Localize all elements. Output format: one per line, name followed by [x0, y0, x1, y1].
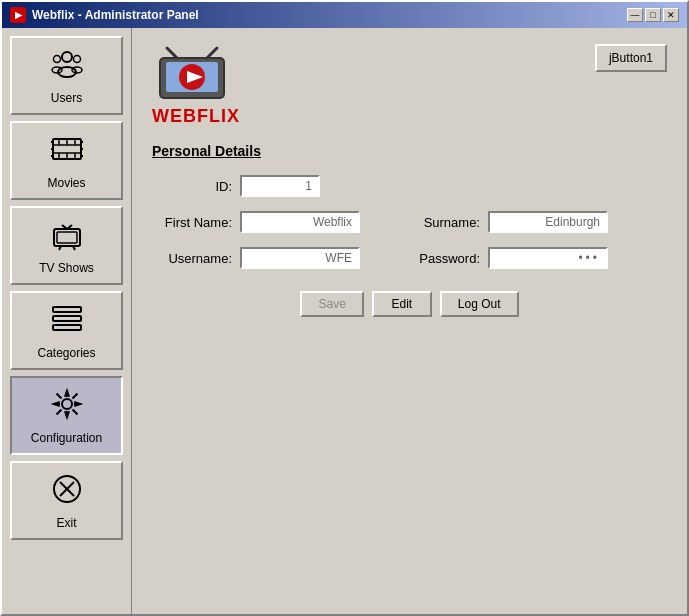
categories-icon [49, 301, 85, 342]
sidebar: Users [2, 28, 132, 614]
button-row: Save Edit Log Out [152, 291, 667, 317]
title-bar-controls: — □ ✕ [627, 8, 679, 22]
window-title: Webflix - Administrator Panel [32, 8, 199, 22]
username-input[interactable] [240, 247, 360, 269]
save-button[interactable]: Save [300, 291, 363, 317]
tvshows-icon [49, 216, 85, 257]
firstname-pair: First Name: [152, 211, 360, 233]
movies-icon [49, 131, 85, 172]
sidebar-item-exit[interactable]: Exit [10, 461, 123, 540]
sidebar-item-configuration[interactable]: Configuration [10, 376, 123, 455]
main-window: ▶ Webflix - Administrator Panel — □ ✕ [0, 0, 689, 616]
top-row: WEBFLIX jButton1 [152, 44, 667, 127]
sidebar-item-users[interactable]: Users [10, 36, 123, 115]
minimize-button[interactable]: — [627, 8, 643, 22]
svg-line-45 [207, 48, 217, 58]
section-title: Personal Details [152, 143, 667, 159]
logo-text: WEBFLIX [152, 106, 240, 127]
sidebar-label-exit: Exit [56, 516, 76, 530]
credentials-row: Username: Password: [152, 247, 667, 269]
svg-line-36 [72, 410, 77, 415]
configuration-icon [49, 386, 85, 427]
svg-point-2 [53, 56, 60, 63]
logo-area: WEBFLIX [152, 44, 240, 127]
svg-line-38 [56, 410, 61, 415]
jbutton1[interactable]: jButton1 [595, 44, 667, 72]
svg-point-4 [73, 56, 80, 63]
maximize-button[interactable]: □ [645, 8, 661, 22]
close-button[interactable]: ✕ [663, 8, 679, 22]
sidebar-item-tvshows[interactable]: TV Shows [10, 206, 123, 285]
surname-label: Surname: [400, 215, 480, 230]
title-bar: ▶ Webflix - Administrator Panel — □ ✕ [2, 2, 687, 28]
svg-line-35 [56, 394, 61, 399]
svg-rect-28 [53, 316, 81, 321]
svg-line-44 [167, 48, 177, 58]
svg-point-3 [52, 67, 62, 73]
users-icon [49, 46, 85, 87]
id-row: ID: [152, 175, 667, 197]
password-pair: Password: [400, 247, 608, 269]
svg-point-30 [62, 399, 72, 409]
exit-icon [49, 471, 85, 512]
surname-pair: Surname: [400, 211, 608, 233]
firstname-input[interactable] [240, 211, 360, 233]
svg-rect-26 [57, 232, 77, 243]
form-area: ID: First Name: Surname: [152, 175, 667, 317]
password-input[interactable] [488, 247, 608, 269]
sidebar-item-movies[interactable]: Movies [10, 121, 123, 200]
svg-point-0 [62, 52, 72, 62]
edit-button[interactable]: Edit [372, 291, 432, 317]
main-content: WEBFLIX jButton1 Personal Details ID: [132, 28, 687, 614]
sidebar-label-categories: Categories [37, 346, 95, 360]
sidebar-label-users: Users [51, 91, 82, 105]
logo-svg [152, 44, 232, 104]
svg-line-37 [72, 394, 77, 399]
sidebar-label-movies: Movies [47, 176, 85, 190]
sidebar-label-tvshows: TV Shows [39, 261, 94, 275]
password-label: Password: [400, 251, 480, 266]
logout-button[interactable]: Log Out [440, 291, 519, 317]
surname-input[interactable] [488, 211, 608, 233]
id-input[interactable] [240, 175, 320, 197]
title-bar-left: ▶ Webflix - Administrator Panel [10, 7, 199, 23]
svg-rect-27 [53, 307, 81, 312]
sidebar-label-configuration: Configuration [31, 431, 102, 445]
username-label: Username: [152, 251, 232, 266]
firstname-label: First Name: [152, 215, 232, 230]
app-icon: ▶ [10, 7, 26, 23]
sidebar-item-categories[interactable]: Categories [10, 291, 123, 370]
svg-rect-29 [53, 325, 81, 330]
window-body: Users [2, 28, 687, 614]
username-pair: Username: [152, 247, 360, 269]
name-row: First Name: Surname: [152, 211, 667, 233]
svg-point-5 [72, 67, 82, 73]
id-label: ID: [152, 179, 232, 194]
personal-details-section: Personal Details ID: First Name: [152, 143, 667, 317]
